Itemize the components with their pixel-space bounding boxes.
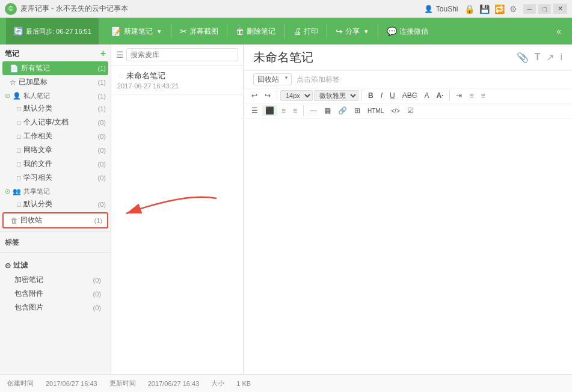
- font-face-select[interactable]: 微软雅黑: [314, 90, 358, 101]
- sync-icon[interactable]: 🔁: [494, 4, 505, 14]
- starred-label: 已加星标: [19, 77, 48, 87]
- filter-encrypted[interactable]: 加密笔记 (0): [5, 273, 106, 287]
- subitem-count: (0): [98, 119, 106, 126]
- folder-icon: □: [17, 201, 21, 208]
- strikethrough-btn[interactable]: ABC: [399, 90, 420, 101]
- collapse-button[interactable]: «: [552, 24, 566, 38]
- note-list-panel: ☰ ☆ 未命名笔记 2017-06-27 16:43:21: [111, 44, 244, 374]
- new-note-label: 新建笔记: [124, 26, 153, 37]
- highlight-btn[interactable]: A·: [433, 90, 446, 101]
- align-justify-indent-btn[interactable]: ≡: [478, 90, 488, 101]
- sidebar-subitem-work[interactable]: □ 工作相关 (0): [0, 129, 111, 143]
- folder-icon: □: [17, 174, 21, 182]
- new-note-button[interactable]: 📝 新建笔记 ▼: [104, 18, 170, 44]
- link-btn[interactable]: 🔗: [335, 105, 350, 116]
- maximize-btn[interactable]: □: [538, 4, 551, 14]
- checkbox-btn[interactable]: ☑: [404, 105, 417, 116]
- redo-btn[interactable]: ↪: [262, 90, 274, 101]
- subitem-count: (0): [98, 147, 106, 154]
- minimize-btn[interactable]: ─: [523, 4, 537, 14]
- sidebar-item-all-notes[interactable]: 📄 所有笔记 (1): [2, 61, 108, 75]
- shared-notes-group: ⊙ 👥 共享笔记: [0, 185, 111, 197]
- shared-notes-label: 共享笔记: [23, 187, 50, 196]
- sidebar-subitem-personal[interactable]: □ 个人记事/文档 (0): [0, 115, 111, 129]
- all-notes-label: 所有笔记: [21, 63, 50, 73]
- main-toolbar: 🔄 最后同步: 06-27 16:51 📝 新建笔记 ▼ ✂ 屏幕截图 🗑 删除…: [0, 18, 572, 44]
- wechat-button[interactable]: 💬 连接微信: [380, 18, 435, 44]
- sidebar-subitem-study[interactable]: □ 学习相关 (0): [0, 171, 111, 185]
- images-count: (0): [93, 304, 101, 311]
- dash-btn[interactable]: —: [307, 105, 320, 116]
- sidebar-item-starred[interactable]: ☆ 已加星标 (1): [0, 75, 111, 89]
- align-center-btn[interactable]: ≡: [278, 105, 289, 116]
- subitem-label: 个人记事/文档: [23, 117, 69, 127]
- color-fill-btn[interactable]: ▦: [321, 105, 334, 116]
- share-arrow[interactable]: ▼: [363, 28, 369, 35]
- lock-icon[interactable]: 🔒: [464, 4, 475, 14]
- underline-btn[interactable]: U: [387, 90, 398, 101]
- recycle-bin-label: 回收站: [20, 215, 42, 225]
- list-btn[interactable]: ☰: [248, 105, 261, 116]
- align-center-indent-btn[interactable]: ≡: [466, 90, 476, 101]
- new-note-arrow[interactable]: ▼: [156, 28, 162, 35]
- folder-icon: □: [17, 147, 21, 154]
- private-notes-count: (1): [98, 93, 106, 100]
- sidebar-subitem-web[interactable]: □ 网络文章 (0): [0, 143, 111, 157]
- sidebar: 笔记 + 📄 所有笔记 (1) ☆ 已加星标 (1) ⊙ 👤 私人笔记 (1): [0, 44, 111, 374]
- share-button[interactable]: ↪ 分享 ▼: [328, 18, 377, 44]
- private-person-icon: 👤: [13, 92, 21, 100]
- attachment-icon[interactable]: 📎: [517, 52, 529, 63]
- search-input[interactable]: [126, 48, 238, 61]
- html-btn[interactable]: HTML: [364, 106, 387, 115]
- info-icon[interactable]: i: [560, 52, 562, 63]
- editor-content[interactable]: [244, 118, 572, 374]
- note-star-icon[interactable]: ☆: [117, 72, 124, 80]
- share-label: 分享: [345, 26, 360, 37]
- bold-btn[interactable]: B: [365, 90, 377, 101]
- align-right-indent-btn[interactable]: ⇥: [453, 90, 465, 101]
- font-size-select[interactable]: 14px: [280, 90, 313, 101]
- attachments-label: 包含附件: [14, 289, 93, 299]
- settings-icon[interactable]: ⚙: [509, 4, 517, 14]
- italic-btn[interactable]: I: [378, 90, 386, 101]
- note-list-header: ☰: [111, 44, 243, 66]
- undo-btn[interactable]: ↩: [248, 90, 260, 101]
- tag-input[interactable]: 点击添加标签: [297, 75, 340, 85]
- note-list-item[interactable]: ☆ 未命名笔记 2017-06-27 16:43:21: [111, 66, 243, 95]
- sync-status: 🔄 最后同步: 06-27 16:51: [6, 18, 99, 44]
- sidebar-item-recycle-bin[interactable]: 🗑 回收站 (1): [2, 212, 108, 228]
- tags-label: 标签: [5, 238, 19, 247]
- align-right-btn[interactable]: ≡: [290, 105, 300, 116]
- delete-icon: 🗑: [236, 26, 244, 36]
- delete-note-button[interactable]: 🗑 删除笔记: [229, 18, 283, 44]
- filter-section: ⊙ 过滤 加密笔记 (0) 包含附件 (0) 包含图片 (0): [0, 256, 111, 317]
- sidebar-subitem-shared-default[interactable]: □ 默认分类 (0): [0, 197, 111, 211]
- font-size-icon[interactable]: T: [535, 52, 541, 63]
- export-icon[interactable]: ↗: [546, 52, 554, 63]
- close-btn[interactable]: ✕: [553, 4, 567, 14]
- list-view-icon[interactable]: ☰: [116, 50, 124, 60]
- wechat-label: 连接微信: [399, 26, 428, 37]
- filter-attachments[interactable]: 包含附件 (0): [5, 287, 106, 301]
- wechat-icon: 💬: [387, 26, 397, 36]
- subitem-label: 工作相关: [23, 131, 52, 141]
- sync-label: 最后同步: 06-27 16:51: [26, 27, 91, 36]
- save-icon[interactable]: 💾: [479, 4, 490, 14]
- subitem-label: 学习相关: [23, 173, 52, 183]
- sidebar-subitem-myfiles[interactable]: □ 我的文件 (0): [0, 157, 111, 171]
- screenshot-button[interactable]: ✂ 屏幕截图: [173, 18, 226, 44]
- folder-icon: □: [17, 133, 21, 140]
- sidebar-subitem-default[interactable]: □ 默认分类 (1): [0, 102, 111, 115]
- align-left-btn[interactable]: ⬛: [262, 105, 277, 116]
- add-note-button[interactable]: +: [100, 48, 106, 59]
- table-btn[interactable]: ⊞: [351, 105, 363, 116]
- notebook-select-wrap[interactable]: 回收站: [253, 73, 292, 85]
- username: TouShi: [436, 5, 458, 13]
- notebook-select[interactable]: 回收站: [253, 73, 292, 85]
- filter-header: ⊙ 过滤: [5, 258, 106, 273]
- filter-images[interactable]: 包含图片 (0): [5, 301, 106, 314]
- editor-title-bar: 未命名笔记 📎 T ↗ i: [244, 44, 572, 71]
- print-button[interactable]: 🖨 打印: [286, 18, 325, 44]
- code-btn[interactable]: </>: [388, 106, 402, 115]
- font-color-btn[interactable]: A: [421, 90, 432, 101]
